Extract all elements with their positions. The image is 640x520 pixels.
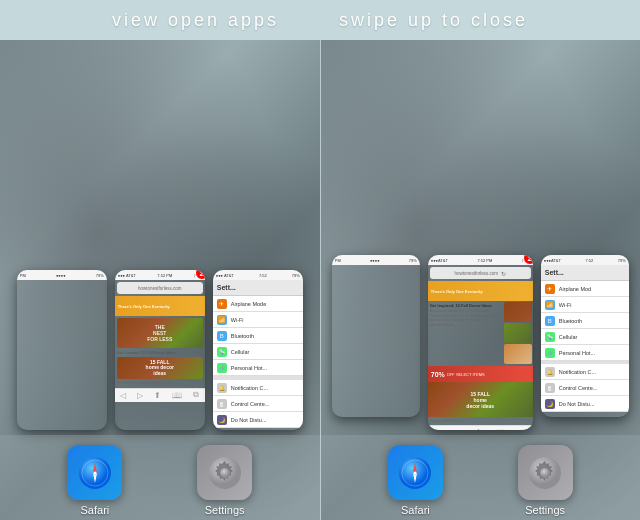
fall-decor-img: 15 FALLhome decorideas: [117, 357, 203, 379]
settings-item-cellular: 📡 Cellular: [213, 344, 303, 360]
homescreen-card-2[interactable]: PM ●●●● 79% 📰 📝 🖼 🏠 📒 ⏰ 🛒 📚: [332, 255, 420, 417]
svg-point-13: [540, 468, 550, 478]
settings2-wifi: 📶 Wi-Fi: [541, 297, 629, 313]
settings2-bluetooth: B Bluetooth: [541, 313, 629, 329]
settings2-control: 🎛 Control Cente...: [541, 380, 629, 396]
safari-main-1: THENESTFOR LESS Get Inspired: 15 Fall De…: [115, 316, 205, 388]
settings-item-airplane: ✈ Airplane Mode: [213, 296, 303, 312]
app-cards-row-2: PM ●●●● 79% 📰 📝 🖼 🏠 📒 ⏰ 🛒 📚: [321, 255, 641, 430]
header-right-text: swipe up to close: [339, 10, 528, 31]
settings-card-2[interactable]: ●●●AT&T 7:52 79% Sett... ✈ Airplane Mod …: [541, 255, 629, 417]
app-cards-row-1: PM ●●●● 79% 📰 📝 🖼 🏠 📒 ⏰ 🛒 📚: [0, 270, 320, 430]
dock-safari-1[interactable]: Safari: [67, 445, 122, 516]
safari-dock-label-1: Safari: [81, 504, 110, 516]
settings-item-hotspot: 🔗 Personal Hot...: [213, 360, 303, 376]
settings2-cellular: 📡 Cellular: [541, 329, 629, 345]
safari-article-img-1: THENESTFOR LESS: [117, 318, 203, 348]
safari-dock-icon-1[interactable]: [67, 445, 122, 500]
settings2-hotspot: 🔗 Personal Hot...: [541, 345, 629, 361]
safari-card-1[interactable]: 2 ●●● AT&T 7:52 PM 79% howtonestforless.…: [115, 270, 205, 430]
settings-item-bluetooth: B Bluetooth: [213, 328, 303, 344]
dock-settings-1[interactable]: Settings: [197, 445, 252, 516]
fall-decor-img-2: 15 FALL home decor ideas: [428, 382, 533, 417]
settings-item-donotdisturb: 🌙 Do Not Distu...: [213, 412, 303, 428]
settings2-airplane: ✈ Airplane Mod: [541, 281, 629, 297]
settings-status-bar-2: ●●●AT&T 7:52 79%: [541, 255, 629, 265]
dock-safari-2[interactable]: Safari: [388, 445, 443, 516]
safari-url-bar-2: howtonestforless.com ↻: [430, 267, 531, 279]
safari-dock-label-2: Safari: [401, 504, 430, 516]
dock-settings-2[interactable]: Settings: [518, 445, 573, 516]
settings-item-notification: 🔔 Notification C...: [213, 380, 303, 396]
svg-point-4: [93, 471, 96, 474]
settings-status-bar: ●●● AT&T 7:52 79%: [213, 270, 303, 280]
card-status-bar: PM ●●●● 79%: [17, 270, 107, 280]
panel-dock-2: Safari Se: [321, 435, 641, 520]
settings-header-2: Sett...: [541, 265, 629, 281]
main-area: PM ●●●● 79% 📰 📝 🖼 🏠 📒 ⏰ 🛒 📚: [0, 40, 640, 520]
settings-item-control: 🎛 Control Cente...: [213, 396, 303, 412]
svg-point-6: [220, 468, 230, 478]
settings-dock-label-2: Settings: [525, 504, 565, 516]
safari-url-bar-1: howtonestforless.com: [117, 282, 203, 294]
settings-dock-label-1: Settings: [205, 504, 245, 516]
homescreen-card-1[interactable]: PM ●●●● 79% 📰 📝 🖼 🏠 📒 ⏰ 🛒 📚: [17, 270, 107, 430]
safari-status-bar-2: ●●●AT&T 7:52 PM 79%: [428, 255, 533, 265]
safari-card-2[interactable]: 2 ●●●AT&T 7:52 PM 79% howtonestforless.c…: [428, 255, 533, 430]
panel-1: PM ●●●● 79% 📰 📝 🖼 🏠 📒 ⏰ 🛒 📚: [0, 40, 320, 520]
sale-banner: 70% OFF SELECT ITEMS: [428, 366, 533, 382]
panel-2: PM ●●●● 79% 📰 📝 🖼 🏠 📒 ⏰ 🛒 📚: [321, 40, 641, 520]
safari-dock-icon-2[interactable]: [388, 445, 443, 500]
svg-point-11: [414, 471, 417, 474]
settings-card-1[interactable]: ●●● AT&T 7:52 79% Sett... ✈ Airplane Mod…: [213, 270, 303, 430]
safari-toolbar-2: ◁ ▷ ⬆ 📖 ⧉: [428, 425, 533, 430]
header-left-text: view open apps: [112, 10, 279, 31]
settings-dock-icon-2[interactable]: [518, 445, 573, 500]
settings2-donotdisturb: 🌙 Do Not Distu...: [541, 396, 629, 412]
safari-toolbar-1: ◁ ▷ ⬆ 📖 ⧉: [115, 388, 205, 402]
safari-banner-2: There's Only One Kentucky: [428, 281, 533, 301]
panel-dock-1: Safari: [0, 435, 320, 520]
settings-dock-icon-1[interactable]: [197, 445, 252, 500]
safari-status-bar: ●●● AT&T 7:52 PM 79%: [115, 270, 205, 280]
safari-banner-1: There's Only One Kentucky: [115, 296, 205, 316]
safari-content-1: There's Only One Kentucky THENESTFOR LES…: [115, 296, 205, 388]
settings2-notification: 🔔 Notification C...: [541, 364, 629, 380]
settings-item-wifi: 📶 Wi-Fi: [213, 312, 303, 328]
settings-header-1: Sett...: [213, 280, 303, 296]
safari-content-2: There's Only One Kentucky Get Inspired: …: [428, 281, 533, 425]
header-bar: view open apps swipe up to close: [0, 0, 640, 40]
card-status-bar-2: PM ●●●● 79%: [332, 255, 420, 265]
